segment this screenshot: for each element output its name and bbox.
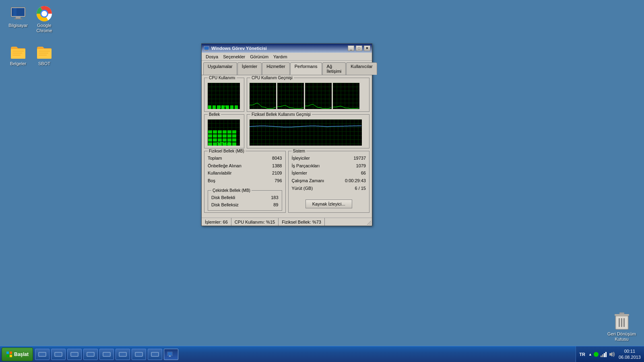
cpu-history-chart-3 [305, 83, 332, 109]
fiziksel-bellek-label: Fiziksel Bellek (MB) [208, 149, 246, 153]
stat-disk-bellekli: Disk Bellekli 183 [211, 194, 279, 202]
stat-islemler: İşlemler 66 [292, 169, 366, 177]
memory-chart-inner [204, 118, 244, 148]
cpu-history-label: CPU Kullanım Geçmişi [250, 76, 294, 80]
svg-rect-31 [10, 355, 12, 357]
desktop-icon-sbot[interactable]: SBOT [30, 42, 58, 68]
folder-sbot-icon [36, 44, 52, 60]
svg-rect-49 [168, 352, 172, 355]
taskbar-btn-6[interactable] [116, 349, 130, 360]
svg-rect-45 [136, 353, 142, 356]
charts-top-row: CPU Kullanımı CPU Kullanım Geçmişi [204, 78, 369, 112]
phys-mem-history-chart [250, 119, 362, 146]
taskbar-btn-3-icon [70, 352, 78, 357]
taskbar-btn-8-icon [151, 352, 159, 357]
close-button[interactable]: ✕ [364, 45, 370, 51]
svg-rect-15 [204, 47, 208, 49]
svg-rect-17 [205, 50, 208, 51]
svg-rect-43 [120, 353, 126, 356]
language-indicator: TR [579, 352, 585, 357]
desktop-icon-chrome[interactable]: GoogleChrome [30, 4, 58, 35]
resize-handle[interactable] [365, 219, 371, 225]
stat-toplam: Toplam 8043 [208, 154, 282, 162]
fiziksel-bellek-inner: Toplam 8043 Önbelleğe Alınan 1388 Kullan… [204, 154, 285, 212]
desktop-icon-belgeler[interactable]: Belgeler [4, 42, 32, 68]
tm-icon [203, 45, 210, 51]
svg-rect-23 [619, 318, 620, 327]
svg-rect-29 [10, 352, 12, 354]
svg-rect-13 [39, 55, 47, 56]
resource-btn-container: Kaynak İzleyici... [289, 198, 369, 212]
svg-rect-52 [601, 356, 602, 357]
svg-rect-50 [169, 356, 171, 356]
taskbar-btn-6-icon [119, 352, 127, 357]
recycle-bin[interactable]: Geri DönüşümKutusu [607, 310, 636, 342]
chrome-icon [36, 6, 52, 22]
menu-dosya[interactable]: Dosya [203, 54, 221, 60]
tab-uygulamalar[interactable]: Uygulamalar [203, 62, 237, 75]
restore-button[interactable]: □ [356, 45, 362, 51]
system-tray: TR ▲ 00:11 06.08.2013 [576, 346, 644, 362]
fiziksel-bellek-group: Fiziksel Bellek (MB) Toplam 8043 Önbelle… [204, 151, 286, 213]
menu-gorunum[interactable]: Görünüm [248, 54, 271, 60]
svg-rect-51 [169, 356, 171, 357]
svg-rect-37 [71, 353, 78, 356]
taskbar-btn-2[interactable] [51, 349, 66, 360]
cekirdek-bellek-inner: Disk Bellekli 183 Disk Belleksiz 89 [208, 194, 282, 210]
statusbar: İşlemler: 66 CPU Kullanımı: %15 Fiziksel… [202, 218, 372, 226]
tab-kullanicilar[interactable]: Kullanıcılar [346, 62, 377, 75]
tab-hizmetler[interactable]: Hizmetler [262, 62, 289, 75]
taskbar-btn-3[interactable] [67, 349, 82, 360]
svg-rect-33 [39, 353, 45, 356]
stats-row: Fiziksel Bellek (MB) Toplam 8043 Önbelle… [204, 151, 369, 213]
stat-calisma-zamani: Çalışma Zamanı 0:00:29:43 [292, 177, 366, 185]
taskbar: Başlat [0, 346, 644, 362]
taskbar-btn-9-icon [167, 350, 175, 358]
tab-performans[interactable]: Performans [290, 62, 322, 75]
tab-ag-iletisimi[interactable]: Ağ İletişimi [322, 62, 346, 75]
cekirdek-bellek-group: Çekirdek Bellek (MB) Disk Bellekli 183 D… [208, 190, 282, 211]
charts-bottom-row: Bellek Fiziksel Bellek Kullanımı Geçmişi [204, 114, 369, 148]
network-status-icon [594, 352, 599, 357]
svg-rect-41 [103, 353, 110, 356]
belgeler-label: Belgeler [10, 61, 26, 66]
task-manager-window: Windows Görev Yöneticisi _ □ ✕ Dosya Seç… [201, 43, 372, 226]
taskbar-btn-7[interactable] [132, 349, 146, 360]
volume-icon[interactable] [609, 352, 615, 357]
desktop-icon-bilgisayar[interactable]: Bilgisayar [4, 4, 32, 30]
taskbar-btn-9-active[interactable] [164, 349, 178, 360]
system-clock[interactable]: 00:11 06.08.2013 [619, 348, 641, 360]
start-button[interactable]: Başlat [2, 348, 33, 361]
sbot-label: SBOT [38, 61, 50, 66]
folder-belgeler-icon [10, 44, 26, 60]
svg-rect-30 [6, 355, 9, 357]
tm-title: Windows Görev Yöneticisi [211, 46, 346, 51]
menu-yardim[interactable]: Yardım [271, 54, 290, 60]
tab-islemler[interactable]: İşlemler [237, 62, 262, 75]
svg-rect-11 [39, 51, 50, 51]
status-cpu: CPU Kullanımı: %15 [231, 218, 279, 226]
resource-monitor-button[interactable]: Kaynak İzleyici... [305, 200, 352, 208]
menu-secenekler[interactable]: Seçenekler [221, 54, 248, 60]
taskbar-btn-1-icon [38, 352, 46, 357]
status-islemler: İşlemler: 66 [202, 218, 231, 226]
stat-bos: Boş 796 [208, 177, 282, 185]
tray-expand-arrow[interactable]: ▲ [588, 352, 592, 356]
minimize-button[interactable]: _ [348, 45, 354, 51]
svg-rect-27 [619, 313, 624, 314]
svg-rect-39 [87, 353, 94, 356]
tab-bar: Uygulamalar İşlemler Hizmetler Performan… [202, 61, 372, 75]
signal-bars-icon [600, 352, 607, 357]
svg-rect-8 [12, 51, 24, 51]
taskbar-btn-5[interactable] [99, 349, 114, 360]
memory-chart [208, 119, 240, 146]
taskbar-btn-8[interactable] [148, 349, 162, 360]
taskbar-btn-1[interactable] [35, 349, 50, 360]
computer-icon [10, 6, 26, 22]
svg-rect-3 [16, 17, 21, 19]
cpu-history-inner [247, 81, 369, 111]
taskbar-btn-4-icon [87, 352, 95, 357]
stat-is-parcaciklari: İş Parçacıkları 1079 [292, 162, 366, 170]
cpu-usage-group: CPU Kullanımı [204, 78, 244, 112]
taskbar-btn-4[interactable] [83, 349, 98, 360]
